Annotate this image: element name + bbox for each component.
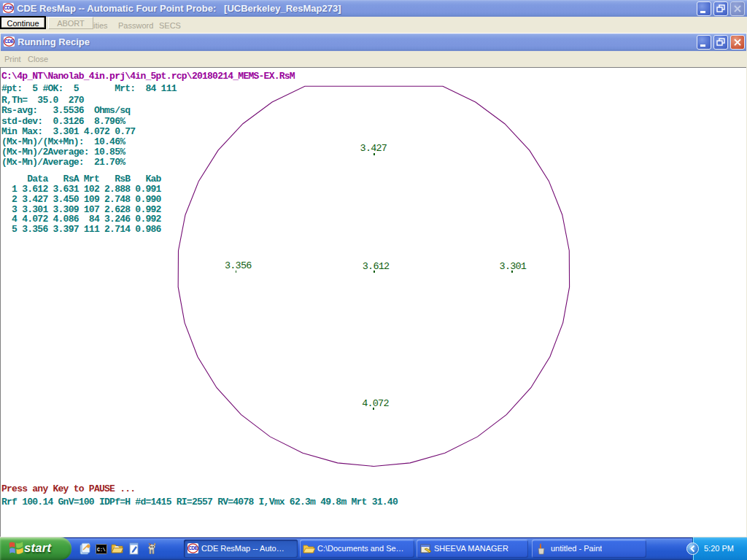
svg-text:C:\: C:\ [97,548,106,553]
svg-text:CDE: CDE [188,545,198,551]
